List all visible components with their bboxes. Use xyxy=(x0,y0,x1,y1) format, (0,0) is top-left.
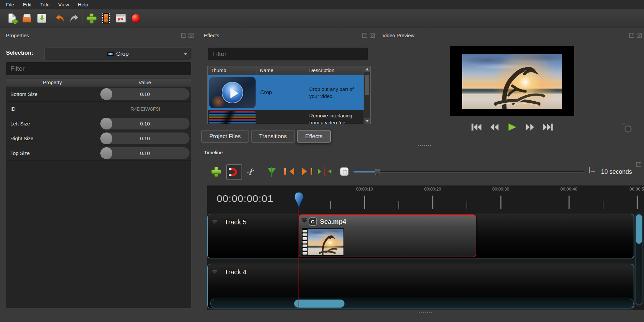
snapping-toggle-button[interactable] xyxy=(226,164,242,180)
clip-thumbnail-filmstrip xyxy=(302,228,344,256)
menu-help[interactable]: Help xyxy=(78,2,88,7)
zoom-scale-icon xyxy=(589,167,590,173)
value-slider[interactable]: 0.10 xyxy=(100,147,190,159)
timeline-vertical-scrollbar[interactable] xyxy=(636,214,642,305)
column-description[interactable]: Description xyxy=(306,66,364,75)
export-video-button[interactable] xyxy=(129,11,142,25)
selection-dropdown[interactable]: Crop xyxy=(45,48,191,60)
menu-view[interactable]: View xyxy=(58,2,69,7)
import-files-button[interactable] xyxy=(85,11,98,25)
menu-file[interactable]: File xyxy=(6,2,14,7)
clip-effect-badge[interactable]: C xyxy=(309,217,317,226)
zoom-fit-button[interactable] xyxy=(337,163,352,179)
float-panel-icon[interactable] xyxy=(362,33,367,38)
open-folder-icon xyxy=(22,16,31,22)
value-slider[interactable]: 0.10 xyxy=(100,132,190,144)
tab-project-files[interactable]: Project Files xyxy=(201,130,249,143)
vertical-scrollbar-thumb[interactable] xyxy=(636,214,642,244)
jump-end-button[interactable] xyxy=(542,123,553,131)
effects-filter-input[interactable] xyxy=(208,48,368,60)
zoom-scale-button[interactable] xyxy=(589,167,590,173)
next-marker-button[interactable] xyxy=(300,163,315,179)
fast-forward-button[interactable] xyxy=(524,123,536,131)
play-button[interactable] xyxy=(506,123,518,131)
value-slider[interactable]: 0.10 xyxy=(100,88,190,100)
tab-effects[interactable]: Effects xyxy=(297,130,331,143)
toolbar-separator xyxy=(51,11,51,25)
effects-scrollbar[interactable] xyxy=(364,66,370,124)
add-track-button[interactable] xyxy=(209,163,223,179)
table-row[interactable]: Top Size 0.10 xyxy=(6,146,191,161)
ruler-label: 00:00:30 xyxy=(492,186,509,192)
marker-funnel-icon xyxy=(267,168,276,178)
vertical-splitter-grip[interactable] xyxy=(372,82,374,96)
track-chevron-icon[interactable] xyxy=(212,270,218,274)
chevron-down-icon xyxy=(184,53,187,57)
column-thumb[interactable]: Thumb xyxy=(208,66,257,75)
properties-empty-area xyxy=(6,161,191,308)
fullscreen-button[interactable] xyxy=(114,11,127,25)
track-name: Track 4 xyxy=(224,268,247,276)
selection-label: Selection: xyxy=(6,50,33,56)
redo-icon xyxy=(69,13,80,23)
effect-row-deinterlace[interactable]: Remove interlacing from a video (i.e xyxy=(208,110,364,124)
timeline-ruler[interactable]: 00:00:00:01 00:00:10 00:00:20 00:00:30 0… xyxy=(207,185,644,212)
timeline-horizontal-scrollbar[interactable] xyxy=(211,299,633,308)
playhead-line[interactable] xyxy=(299,207,299,308)
zoom-slider-handle[interactable] xyxy=(375,169,380,175)
menu-title[interactable]: Title xyxy=(40,2,50,7)
video-preview-frame[interactable] xyxy=(450,46,574,116)
timeline-toolbar-grip[interactable] xyxy=(204,166,208,179)
table-row[interactable]: Bottom Size 0.10 xyxy=(6,87,191,102)
horizontal-splitter-grip[interactable] xyxy=(418,312,433,314)
razor-tool-button[interactable]: ✂ xyxy=(244,163,258,179)
column-value[interactable]: Value xyxy=(99,78,191,87)
clip-name: Sea.mp4 xyxy=(320,218,346,225)
rewind-button[interactable] xyxy=(489,123,500,131)
close-panel-icon[interactable] xyxy=(189,33,194,38)
save-project-button[interactable] xyxy=(35,11,48,25)
jump-start-icon xyxy=(471,123,482,131)
table-row[interactable]: ID R4DEIW8F9I xyxy=(6,102,191,116)
undo-button[interactable] xyxy=(53,11,66,25)
previous-marker-button[interactable] xyxy=(282,163,297,179)
redo-button[interactable] xyxy=(68,11,81,25)
menu-edit[interactable]: Edit xyxy=(23,2,32,7)
value-text: R4DEIW8F9I xyxy=(130,106,160,112)
effects-table: Thumb Name Description Crop Crop out any… xyxy=(207,66,371,124)
table-row[interactable]: Right Size 0.10 xyxy=(6,131,191,146)
close-panel-icon[interactable] xyxy=(637,33,642,38)
tab-transitions[interactable]: Transitions xyxy=(251,130,295,143)
property-name: Top Size xyxy=(6,146,99,160)
column-name[interactable]: Name xyxy=(257,66,306,75)
horizontal-splitter-grip[interactable] xyxy=(418,144,431,147)
toolbar-grip[interactable] xyxy=(1,12,5,24)
add-marker-button[interactable] xyxy=(264,163,279,179)
effect-row-crop[interactable]: Crop Crop out any part of your video. xyxy=(208,75,364,110)
clip-sea-mp4[interactable]: C Sea.mp4 xyxy=(299,214,476,257)
ruler-tick xyxy=(364,196,365,209)
playhead-marker[interactable] xyxy=(294,192,304,210)
scroll-down-button[interactable] xyxy=(364,118,370,124)
track-5[interactable]: Track 5 C Sea.mp4 xyxy=(207,214,634,258)
scrollbar-thumb[interactable] xyxy=(365,74,370,95)
table-row[interactable]: Left Size 0.10 xyxy=(6,116,191,131)
film-sprockets xyxy=(303,229,307,255)
clip-chevron-icon[interactable] xyxy=(301,218,307,223)
track-chevron-icon[interactable] xyxy=(212,220,218,224)
column-property[interactable]: Property xyxy=(6,78,99,87)
value-slider[interactable]: 0.10 xyxy=(100,118,190,129)
scroll-up-button[interactable] xyxy=(364,66,370,72)
float-panel-icon[interactable] xyxy=(629,33,634,38)
properties-filter-input[interactable] xyxy=(6,62,191,75)
close-panel-icon[interactable] xyxy=(370,33,375,38)
new-project-button[interactable] xyxy=(5,11,19,25)
horizontal-scrollbar-thumb[interactable] xyxy=(294,300,344,308)
rewind-icon xyxy=(490,123,499,131)
choose-profile-button[interactable] xyxy=(99,11,113,25)
open-project-button[interactable] xyxy=(20,11,34,25)
timeline-zoom-slider[interactable] xyxy=(353,171,584,173)
center-playhead-button[interactable] xyxy=(317,163,332,179)
jump-start-button[interactable] xyxy=(471,123,482,131)
float-panel-icon[interactable] xyxy=(181,33,186,38)
